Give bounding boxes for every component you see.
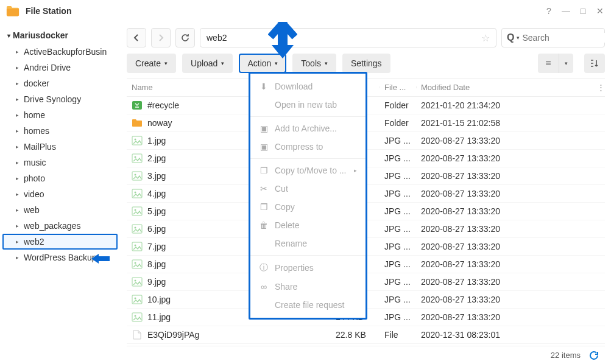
help-button[interactable]: ? — [544, 6, 554, 16]
menu-copy-move[interactable]: ❐Copy to/Move to ...▸ — [250, 161, 366, 180]
action-button[interactable]: Action▾ — [239, 54, 286, 73]
col-more-button[interactable]: ⋮ — [596, 83, 605, 92]
col-type[interactable]: File ... — [380, 83, 416, 92]
sidebar-item-label: photo — [24, 173, 45, 183]
menu-properties[interactable]: ⓘProperties — [250, 258, 366, 278]
file-date: 2020-08-27 13:33:20 — [416, 242, 605, 251]
menu-add-archive[interactable]: ▣Add to Archive... — [250, 119, 366, 138]
chevron-right-icon: ▸ — [16, 128, 19, 134]
file-type: JPG ... — [380, 189, 416, 198]
menu-download[interactable]: ⬇Download — [250, 77, 366, 96]
menu-cut[interactable]: ✂Cut — [250, 180, 366, 198]
tree-root[interactable]: ▾ Mariusdocker — [2, 27, 118, 44]
toolbar: Create▾ Upload▾ Action▾ Tools▾ Settings … — [127, 54, 605, 73]
search-box[interactable]: Q▾ — [501, 28, 605, 47]
refresh-button[interactable] — [175, 28, 195, 47]
sort-button[interactable] — [584, 54, 605, 73]
sidebar-item-label: docker — [24, 79, 49, 88]
search-input[interactable] — [522, 33, 611, 43]
file-date: 2021-01-20 21:34:20 — [416, 100, 605, 110]
jpg-icon — [132, 136, 143, 145]
file-name: 9.jpg — [147, 277, 166, 287]
menu-rename[interactable]: Rename — [250, 234, 366, 253]
svg-point-4 — [135, 156, 136, 158]
close-button[interactable]: ✕ — [595, 6, 605, 16]
menu-delete[interactable]: 🗑Delete — [250, 216, 366, 234]
sidebar-item-label: home — [24, 110, 45, 120]
jpg-icon — [132, 206, 143, 216]
item-count: 22 items — [551, 351, 581, 360]
file-name: 4.jpg — [147, 189, 166, 198]
jpg-icon — [132, 171, 143, 181]
sidebar-item-web-packages[interactable]: ▸web_packages — [2, 218, 118, 234]
sidebar-item-homes[interactable]: ▸homes — [2, 123, 118, 139]
maximize-button[interactable]: □ — [578, 6, 588, 16]
file-date: 2020-08-27 13:33:20 — [416, 224, 605, 234]
view-list-button[interactable]: ≡ — [538, 54, 559, 73]
search-icon: Q — [507, 32, 514, 43]
file-date: 2020-08-27 13:33:20 — [416, 206, 605, 216]
back-button[interactable] — [127, 28, 146, 47]
sidebar-item-mailplus[interactable]: ▸MailPlus — [2, 139, 118, 155]
file-type: File — [380, 330, 416, 340]
status-refresh-icon[interactable] — [589, 351, 599, 360]
chevron-right-icon: ▸ — [16, 191, 19, 197]
col-date[interactable]: Modified Date — [416, 83, 596, 92]
menu-create-request[interactable]: Create file request — [250, 296, 366, 314]
sidebar-item-web2[interactable]: ▸web2 — [2, 234, 118, 250]
sidebar-item-label: Andrei Drive — [24, 63, 71, 72]
sidebar-item-web[interactable]: ▸web — [2, 202, 118, 218]
menu-copy[interactable]: ❐Copy — [250, 198, 366, 216]
sidebar-item-wordpress-backup[interactable]: ▸WordPress Backup — [2, 250, 118, 265]
view-caret-button[interactable]: ▾ — [559, 54, 573, 73]
chevron-right-icon: ▸ — [16, 80, 19, 86]
file-type: JPG ... — [380, 277, 416, 287]
sidebar-item-andrei-drive[interactable]: ▸Andrei Drive — [2, 60, 118, 75]
sidebar-item-activebackupforbusin[interactable]: ▸ActiveBackupforBusin — [2, 44, 118, 60]
sidebar-item-docker[interactable]: ▸docker — [2, 75, 118, 91]
svg-point-14 — [135, 245, 136, 247]
compress-icon: ▣ — [259, 142, 269, 152]
sidebar-item-drive-synology[interactable]: ▸Drive Synology — [2, 91, 118, 107]
menu-compress[interactable]: ▣Compress to — [250, 138, 366, 156]
path-bar[interactable]: web2 ☆ — [200, 28, 496, 47]
favorite-icon[interactable]: ☆ — [481, 32, 490, 44]
menu-share[interactable]: ∞Share — [250, 278, 366, 296]
sidebar-item-photo[interactable]: ▸photo — [2, 170, 118, 186]
sidebar-item-video[interactable]: ▸video — [2, 186, 118, 202]
settings-button[interactable]: Settings — [342, 54, 390, 73]
file-name: 8.jpg — [147, 259, 166, 269]
create-button[interactable]: Create▾ — [127, 54, 176, 73]
svg-point-12 — [135, 227, 136, 229]
sidebar-item-home[interactable]: ▸home — [2, 107, 118, 123]
file-type: JPG ... — [380, 224, 416, 234]
svg-point-16 — [135, 262, 136, 264]
minimize-button[interactable]: — — [561, 6, 571, 16]
svg-point-2 — [135, 139, 136, 141]
jpg-icon — [132, 242, 143, 251]
download-icon: ⬇ — [259, 82, 269, 91]
forward-button[interactable] — [151, 28, 171, 47]
upload-button[interactable]: Upload▾ — [182, 54, 233, 73]
file-type: Folder — [380, 118, 416, 128]
chevron-right-icon: ▸ — [16, 254, 19, 261]
recycle-icon — [132, 100, 143, 110]
sidebar-item-music[interactable]: ▸music — [2, 155, 118, 170]
file-name: 5.jpg — [147, 206, 166, 216]
jpg-icon — [132, 312, 143, 322]
status-bar: 22 items — [127, 346, 605, 364]
delete-icon: 🗑 — [259, 220, 269, 230]
tree-root-label: Mariusdocker — [13, 30, 68, 40]
chevron-right-icon: ▸ — [16, 65, 19, 71]
table-row[interactable]: E3QiD99jPAg22.8 KBFile2020-12-31 08:23:0… — [127, 326, 605, 344]
file-type: JPG ... — [380, 206, 416, 216]
file-name: 10.jpg — [147, 295, 171, 304]
file-date: 2020-08-27 13:33:20 — [416, 136, 605, 145]
file-name: 3.jpg — [147, 171, 166, 181]
app-icon — [6, 5, 19, 16]
menu-open-new-tab[interactable]: Open in new tab — [250, 96, 366, 114]
info-icon: ⓘ — [259, 262, 269, 273]
sidebar-item-label: web — [24, 205, 40, 215]
jpg-icon — [132, 153, 143, 163]
tools-button[interactable]: Tools▾ — [292, 54, 336, 73]
